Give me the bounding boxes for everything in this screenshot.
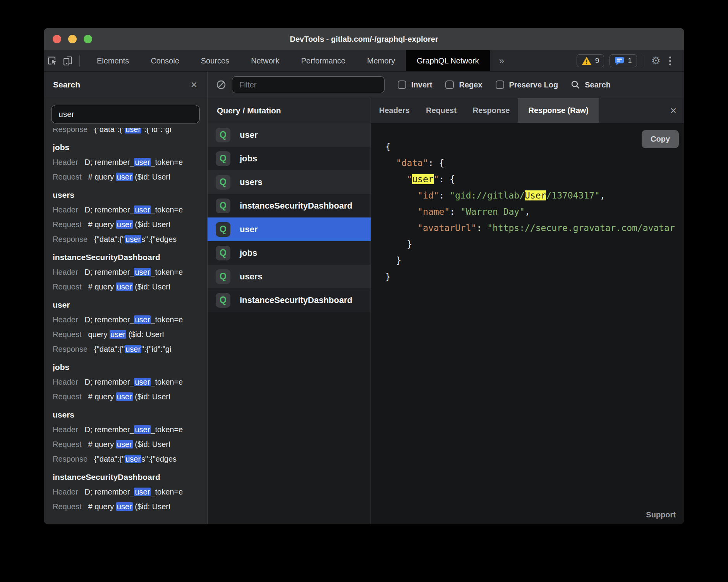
search-result-row[interactable]: HeaderD; remember_user_token=e bbox=[53, 202, 207, 217]
warnings-badge[interactable]: 9 bbox=[577, 54, 604, 67]
search-result-row[interactable]: HeaderD; remember_user_token=e bbox=[53, 265, 207, 279]
search-result-section[interactable]: users bbox=[53, 188, 207, 202]
query-list-item[interactable]: Quser bbox=[208, 123, 371, 147]
text-run: {"data":{" bbox=[94, 128, 125, 134]
search-result-row[interactable]: Response{"data":{"user":{"id":"gi bbox=[53, 342, 207, 356]
search-result-row[interactable]: Request# query user ($id: UserI bbox=[53, 279, 207, 294]
json-token: } bbox=[385, 272, 391, 282]
tab-console[interactable]: Console bbox=[140, 50, 190, 71]
tab-headers[interactable]: Headers bbox=[371, 98, 418, 123]
response-tabs-list: HeadersRequestResponseResponse (Raw) bbox=[371, 98, 599, 123]
search-result-row[interactable]: HeaderD; remember_user_token=e bbox=[53, 155, 207, 169]
search-result-row[interactable]: Requestquery user ($id: UserI bbox=[53, 327, 207, 342]
search-result-field-label: Request bbox=[53, 330, 82, 339]
search-result-field-label: Request bbox=[53, 220, 82, 229]
copy-button[interactable]: Copy bbox=[642, 130, 679, 148]
tab-request[interactable]: Request bbox=[418, 98, 465, 123]
tab-elements[interactable]: Elements bbox=[86, 50, 140, 71]
search-result-section[interactable]: users bbox=[53, 407, 207, 422]
network-panel: InvertRegexPreserve Log Search Query / M… bbox=[208, 72, 684, 524]
warnings-count: 9 bbox=[595, 56, 599, 65]
query-type-badge: Q bbox=[216, 175, 230, 190]
checkbox-regex[interactable]: Regex bbox=[445, 80, 482, 89]
search-result-text: D; remember_user_token=e bbox=[85, 205, 183, 214]
clear-filter-button[interactable] bbox=[215, 79, 227, 91]
search-result-row[interactable]: Request# query user ($id: UserI bbox=[53, 499, 207, 514]
tab-graphql-network[interactable]: GraphQL Network bbox=[406, 50, 489, 71]
search-result-row[interactable]: HeaderD; remember_user_token=e bbox=[53, 312, 207, 327]
text-run: _token=e bbox=[151, 425, 183, 434]
more-tabs-button[interactable]: » bbox=[490, 50, 513, 71]
search-result-row[interactable]: Request# query user ($id: UserI bbox=[53, 169, 207, 184]
search-result-section[interactable]: instanceSecurityDashboard bbox=[53, 470, 207, 484]
checkbox-box[interactable] bbox=[398, 80, 406, 89]
device-toolbar-button[interactable] bbox=[60, 50, 76, 71]
checkbox-box[interactable] bbox=[496, 80, 504, 89]
filter-input[interactable] bbox=[232, 76, 385, 93]
query-list-item[interactable]: QinstanceSecurityDashboard bbox=[208, 288, 371, 312]
search-input[interactable] bbox=[51, 105, 200, 123]
search-result-field-label: Header bbox=[53, 158, 78, 166]
tab-sources[interactable]: Sources bbox=[190, 50, 240, 71]
minimize-window-button[interactable] bbox=[68, 35, 77, 43]
tab-memory[interactable]: Memory bbox=[356, 50, 406, 71]
response-close-button[interactable]: × bbox=[663, 98, 684, 123]
query-type-badge: Q bbox=[216, 151, 230, 166]
query-panel-title: Query / Mutation bbox=[208, 98, 371, 123]
messages-badge[interactable]: 1 bbox=[610, 54, 637, 67]
query-list-item[interactable]: QinstanceSecurityDashboard bbox=[208, 194, 371, 217]
search-result-section[interactable]: jobs bbox=[53, 140, 207, 155]
search-result-row[interactable]: Response{"data":{"users":{"edges bbox=[53, 452, 207, 466]
support-link[interactable]: Support bbox=[646, 510, 676, 519]
json-token bbox=[385, 190, 417, 200]
json-token: } bbox=[385, 255, 402, 265]
checkbox-box[interactable] bbox=[445, 80, 454, 89]
json-token: : bbox=[450, 207, 460, 217]
search-result-row[interactable]: HeaderD; remember_user_token=e bbox=[53, 484, 207, 499]
search-toggle[interactable]: Search bbox=[570, 80, 611, 90]
close-window-button[interactable] bbox=[53, 35, 61, 43]
toolbar-right-divider bbox=[644, 55, 644, 66]
search-highlight: user bbox=[116, 440, 133, 448]
tab-performance[interactable]: Performance bbox=[290, 50, 357, 71]
search-result-field-label: Request bbox=[53, 392, 82, 401]
text-run: _token=e bbox=[151, 315, 183, 324]
text-run: # query bbox=[88, 440, 116, 448]
query-list-item[interactable]: Qjobs bbox=[208, 147, 371, 170]
maximize-window-button[interactable] bbox=[84, 35, 92, 43]
search-result-field-label: Request bbox=[53, 440, 82, 448]
search-result-row[interactable]: Response{"data":{"user":{"id":"gi bbox=[53, 128, 207, 137]
search-result-row[interactable]: Request# query user ($id: UserI bbox=[53, 217, 207, 232]
query-label: instanceSecurityDashboard bbox=[240, 295, 352, 305]
query-list-item-selected[interactable]: Quser bbox=[208, 217, 371, 241]
search-highlight: user bbox=[134, 378, 151, 386]
text-run: s":{"edges bbox=[141, 455, 177, 463]
tab-response[interactable]: Response bbox=[465, 98, 518, 123]
toolbar-divider bbox=[79, 55, 80, 67]
checkbox-preserve-log[interactable]: Preserve Log bbox=[496, 80, 558, 89]
search-result-row[interactable]: HeaderD; remember_user_token=e bbox=[53, 422, 207, 437]
query-list-item[interactable]: Qusers bbox=[208, 170, 371, 194]
query-label: jobs bbox=[240, 248, 257, 258]
settings-button[interactable]: ⚙ bbox=[651, 56, 661, 66]
customize-menu-button[interactable] bbox=[666, 56, 674, 65]
tab-network[interactable]: Network bbox=[240, 50, 290, 71]
query-list-item[interactable]: Qusers bbox=[208, 265, 371, 288]
json-token: /13704317" bbox=[546, 190, 599, 200]
checkbox-invert[interactable]: Invert bbox=[398, 80, 432, 89]
search-result-row[interactable]: Request# query user ($id: UserI bbox=[53, 437, 207, 452]
search-result-row[interactable]: Request# query user ($id: UserI bbox=[53, 389, 207, 404]
query-list-item[interactable]: Qjobs bbox=[208, 241, 371, 265]
tab-response-raw[interactable]: Response (Raw) bbox=[518, 98, 599, 123]
search-highlight: user bbox=[110, 330, 126, 339]
inspect-element-button[interactable] bbox=[44, 50, 60, 71]
search-result-row[interactable]: Response{"data":{"users":{"edges bbox=[53, 232, 207, 246]
search-result-section[interactable]: instanceSecurityDashboard bbox=[53, 250, 207, 265]
query-label: user bbox=[240, 130, 258, 140]
search-result-row[interactable]: HeaderD; remember_user_token=e bbox=[53, 375, 207, 389]
search-result-section[interactable]: user bbox=[53, 298, 207, 312]
text-run: _token=e bbox=[151, 378, 183, 386]
search-result-field-label: Header bbox=[53, 205, 78, 214]
search-panel-close-button[interactable]: × bbox=[191, 79, 197, 90]
search-result-section[interactable]: jobs bbox=[53, 360, 207, 375]
